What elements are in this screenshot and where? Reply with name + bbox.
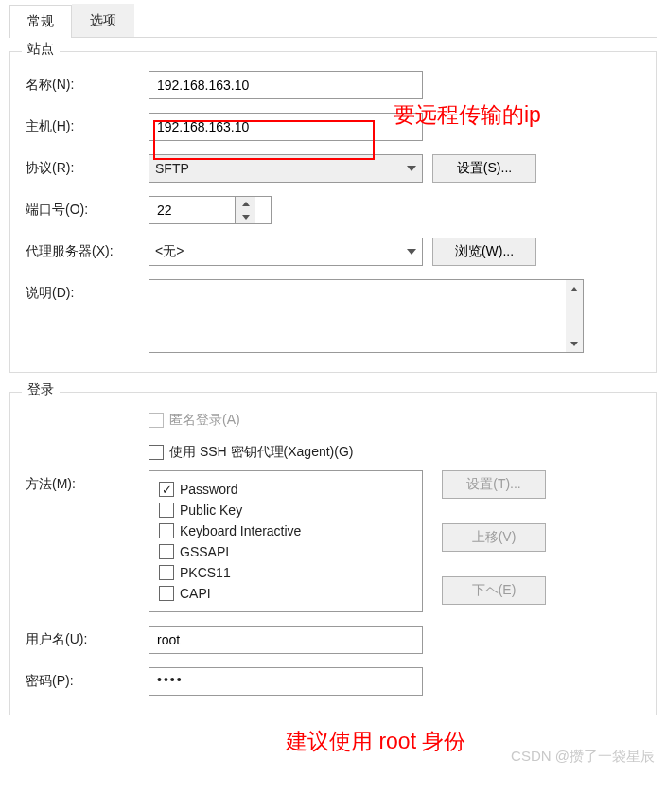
anonymous-label: 匿名登录(A) xyxy=(169,412,240,429)
method-checkbox[interactable] xyxy=(159,482,174,497)
port-input[interactable] xyxy=(149,197,235,223)
method-item-label: GSSAPI xyxy=(180,544,229,559)
method-checkbox[interactable] xyxy=(159,544,174,559)
password-input[interactable]: •••• xyxy=(149,667,423,696)
method-label: 方法(M): xyxy=(26,470,149,493)
method-item[interactable]: GSSAPI xyxy=(159,541,412,562)
settings-button[interactable]: 设置(S)... xyxy=(432,154,536,183)
method-item[interactable]: Password xyxy=(159,479,412,500)
chevron-down-icon xyxy=(407,249,416,255)
desc-label: 说明(D): xyxy=(26,279,149,302)
method-checkbox[interactable] xyxy=(159,565,174,580)
username-input[interactable] xyxy=(149,626,423,654)
host-label: 主机(H): xyxy=(26,113,149,135)
method-item-label: Public Key xyxy=(180,503,242,518)
ssh-agent-checkbox[interactable] xyxy=(149,445,164,460)
proxy-select[interactable]: <无> xyxy=(149,238,423,266)
method-checkbox[interactable] xyxy=(159,523,174,538)
method-listbox[interactable]: PasswordPublic KeyKeyboard InteractiveGS… xyxy=(149,470,423,612)
desc-textarea[interactable] xyxy=(149,279,584,353)
port-label: 端口号(O): xyxy=(26,196,149,219)
password-label: 密码(P): xyxy=(26,667,149,690)
method-item-label: Keyboard Interactive xyxy=(180,523,301,538)
method-item-label: CAPI xyxy=(180,586,211,601)
method-item[interactable]: CAPI xyxy=(159,583,412,604)
method-settings-button[interactable]: 设置(T)... xyxy=(442,470,546,499)
scroll-up-icon[interactable] xyxy=(566,280,583,297)
protocol-value: SFTP xyxy=(155,161,189,176)
anonymous-checkbox xyxy=(149,413,164,428)
scrollbar[interactable] xyxy=(566,280,583,352)
tab-general[interactable]: 常规 xyxy=(9,5,72,38)
stepper-up-icon[interactable] xyxy=(236,197,255,210)
stepper-down-icon[interactable] xyxy=(236,210,255,223)
fieldset-site: 站点 名称(N): 主机(H): 协议(R): SFTP xyxy=(9,51,657,373)
protocol-select[interactable]: SFTP xyxy=(149,154,423,183)
protocol-label: 协议(R): xyxy=(26,154,149,177)
method-item-label: PKCS11 xyxy=(180,565,231,580)
chevron-down-icon xyxy=(407,166,416,171)
browse-button[interactable]: 浏览(W)... xyxy=(432,238,536,266)
name-label: 名称(N): xyxy=(26,71,149,94)
annotation-root-note: 建议使用 root 身份 xyxy=(286,727,465,756)
method-checkbox[interactable] xyxy=(159,586,174,601)
scroll-down-icon[interactable] xyxy=(566,335,583,352)
port-stepper[interactable] xyxy=(149,196,272,224)
ssh-agent-label: 使用 SSH 密钥代理(Xagent)(G) xyxy=(169,444,353,461)
moveup-button[interactable]: 上移(V) xyxy=(442,523,546,552)
fieldset-login: 登录 匿名登录(A) 使用 SSH 密钥代理(Xagent)(G) 方法(M): xyxy=(9,392,657,715)
method-item[interactable]: PKCS11 xyxy=(159,562,412,583)
name-input[interactable] xyxy=(149,71,423,99)
proxy-label: 代理服务器(X): xyxy=(26,238,149,260)
annotation-ip-note: 要远程传输的ip xyxy=(394,100,541,130)
method-item[interactable]: Keyboard Interactive xyxy=(159,521,412,541)
method-item-label: Password xyxy=(180,482,237,497)
method-checkbox[interactable] xyxy=(159,503,174,518)
method-item[interactable]: Public Key xyxy=(159,500,412,521)
proxy-value: <无> xyxy=(155,243,184,260)
movedown-button[interactable]: 下ヘ(E) xyxy=(442,576,546,605)
tabs: 常规 选项 xyxy=(9,4,657,38)
username-label: 用户名(U): xyxy=(26,626,149,648)
tab-options[interactable]: 选项 xyxy=(72,4,134,37)
legend-site: 站点 xyxy=(22,41,60,58)
legend-login: 登录 xyxy=(22,381,60,398)
host-input[interactable] xyxy=(149,113,423,141)
